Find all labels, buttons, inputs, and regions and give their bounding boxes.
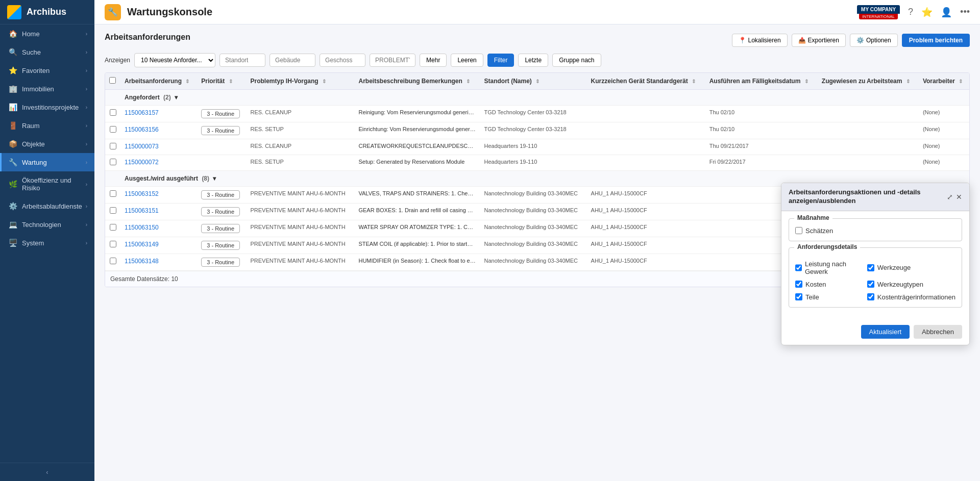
exportieren-button[interactable]: 📤 Exportieren <box>792 34 846 47</box>
sidebar-item-technologien[interactable]: 💻 Technologien › <box>0 215 94 234</box>
sidebar-item-wartung[interactable]: 🔧 Wartung › <box>0 153 94 171</box>
sidebar-item-home[interactable]: 🏠 Home › <box>0 24 94 43</box>
location-icon: 📍 <box>739 37 746 44</box>
row-id[interactable]: 1150063150 <box>125 224 159 231</box>
detail-checkbox[interactable] <box>867 281 874 288</box>
group-toggle[interactable]: ▾ <box>213 175 216 182</box>
col-prioritaet: Priorität ⇕ <box>197 73 246 90</box>
problemtyp-filter[interactable] <box>370 54 415 67</box>
row-id[interactable]: 1150000072 <box>125 159 159 166</box>
detail-checkbox-row: Leistung nach Gewerk <box>795 260 862 275</box>
gebaeude-filter[interactable] <box>270 54 315 67</box>
row-id[interactable]: 1150063152 <box>125 190 159 197</box>
group-toggle[interactable]: ▾ <box>175 94 178 101</box>
detail-checkbox[interactable] <box>867 293 874 300</box>
row-id[interactable]: 1150063156 <box>125 126 159 133</box>
sidebar-item-investitionsprojekte[interactable]: 📊 Investitionsprojekte › <box>0 98 94 116</box>
col-datum: Ausführen am Fälligkeitsdatum ⇕ <box>705 73 818 90</box>
chevron-right-icon: › <box>86 222 87 227</box>
row-id[interactable]: 1150063157 <box>125 109 159 116</box>
panel-title: Arbeitsanforderungsaktionen und -details… <box>789 188 947 206</box>
user-icon[interactable]: 👤 <box>941 7 952 18</box>
row-datum: Fri 09/22/2017 <box>705 155 818 171</box>
table-row[interactable]: 1150000072 RES. SETUP Setup: Generated b… <box>105 155 969 171</box>
sidebar-item-arbeitsablaufdienste[interactable]: ⚙️ Arbeitsablaufdienste › <box>0 197 94 215</box>
row-beschreibung: Einrichtung: Vom Reservierungsmodul gene… <box>354 122 480 139</box>
geschoss-filter[interactable] <box>320 54 365 67</box>
detail-checkbox-row: Werkzeugtypen <box>867 281 955 288</box>
help-icon[interactable]: ? <box>908 7 913 17</box>
table-row[interactable]: 1150063156 3 - Routine RES. SETUP Einric… <box>105 122 969 139</box>
row-id[interactable]: 1150063149 <box>125 241 159 248</box>
detail-checkbox[interactable] <box>795 264 802 271</box>
table-row[interactable]: 1150000073 RES. CLEANUP CREATEWORKREQUES… <box>105 139 969 155</box>
row-checkbox[interactable] <box>110 258 116 264</box>
problem-button[interactable]: Problem berichten <box>902 34 970 47</box>
sidebar-item-oekoeffizienz[interactable]: 🌿 Ökoeffizienz und Risiko › <box>0 171 94 197</box>
row-id[interactable]: 1150063151 <box>125 207 159 214</box>
sidebar-item-suche[interactable]: 🔍 Suche › <box>0 43 94 61</box>
sidebar-item-immobilien[interactable]: 🏢 Immobilien › <box>0 80 94 98</box>
row-problemtyp: PREVENTIVE MAINT AHU-6-MONTH <box>247 220 355 237</box>
row-geraet <box>587 122 705 139</box>
row-problemtyp: RES. SETUP <box>247 122 355 139</box>
row-checkbox[interactable] <box>110 224 116 231</box>
optionen-button[interactable]: ⚙️ Optionen <box>850 34 898 47</box>
letzte-button[interactable]: Letzte <box>518 54 548 67</box>
col-standort: Standort (Name) ⇕ <box>480 73 587 90</box>
sidebar-item-objekte[interactable]: 📦 Objekte › <box>0 135 94 153</box>
page-title: Arbeitsanforderungen <box>105 33 190 42</box>
row-id[interactable]: 1150063148 <box>125 258 159 265</box>
header-action-buttons: 📍 Lokalisieren 📤 Exportieren ⚙️ Optionen… <box>732 34 970 47</box>
aktualisieren-button[interactable]: Aktualisiert <box>861 325 910 339</box>
settings-icon[interactable]: ⭐ <box>921 7 933 18</box>
more-icon[interactable]: ••• <box>960 7 970 17</box>
row-checkbox[interactable] <box>110 109 116 116</box>
row-checkbox[interactable] <box>110 159 116 165</box>
schaetzen-checkbox[interactable] <box>795 227 802 234</box>
sidebar-label-arbeitsablaufdienste: Arbeitsablaufdienste <box>22 202 82 210</box>
total-records: Gesamte Datensätze: 10 <box>110 275 178 283</box>
row-checkbox[interactable] <box>110 190 116 197</box>
row-standort: Nanotechnology Building 03-340MEC <box>480 254 587 271</box>
panel-close-button[interactable]: ✕ <box>956 193 962 201</box>
sidebar-item-raum[interactable]: 🚪 Raum › <box>0 116 94 135</box>
detail-label: Kostenträgerinformationen <box>877 293 955 301</box>
lokalisieren-button[interactable]: 📍 Lokalisieren <box>732 34 788 47</box>
massnahme-title: Maßnahme <box>794 214 832 221</box>
detail-checkbox[interactable] <box>795 281 802 288</box>
sidebar-logo-text: Archibus <box>27 7 66 17</box>
group-label: Angefordert <box>125 94 160 101</box>
priority-badge: 3 - Routine <box>201 207 240 216</box>
sidebar-item-favoriten[interactable]: ⭐ Favoriten › <box>0 61 94 80</box>
gruppe-button[interactable]: Gruppe nach <box>552 54 601 67</box>
mehr-button[interactable]: Mehr <box>420 54 447 67</box>
select-all-checkbox[interactable] <box>109 77 116 84</box>
page-content: Arbeitsanforderungen 📍 Lokalisieren 📤 Ex… <box>94 24 980 481</box>
row-checkbox[interactable] <box>110 126 116 133</box>
group-label: Ausgest./wird ausgeführt <box>125 175 198 182</box>
detail-checkbox[interactable] <box>867 264 874 271</box>
table-row[interactable]: 1150063157 3 - Routine RES. CLEANUP Rein… <box>105 106 969 122</box>
panel-resize-button[interactable]: ⤢ <box>947 193 953 201</box>
col-arbeitsteam: Zugewiesen zu Arbeitsteam ⇕ <box>818 73 919 90</box>
sidebar-label-immobilien: Immobilien <box>22 85 54 93</box>
row-checkbox[interactable] <box>110 241 116 247</box>
abbrechen-button[interactable]: Abbrechen <box>914 325 962 339</box>
sidebar-item-system[interactable]: 🖥️ System › <box>0 234 94 252</box>
standort-filter[interactable] <box>219 54 265 67</box>
row-checkbox[interactable] <box>110 207 116 214</box>
row-arbeitsteam <box>818 106 919 122</box>
detail-checkbox[interactable] <box>795 293 802 300</box>
filter-toolbar-row: Anzeigen 10 Neueste Anforder... Mehr Lee… <box>105 53 970 67</box>
anzeigen-select[interactable]: 10 Neueste Anforder... <box>134 53 215 67</box>
row-checkbox[interactable] <box>110 143 116 149</box>
row-beschreibung: STEAM COIL (if applicable): 1. Prior to … <box>354 237 480 254</box>
sidebar-collapse-button[interactable]: ‹ <box>0 463 94 481</box>
leeren-button[interactable]: Leeren <box>451 54 483 67</box>
row-id[interactable]: 1150000073 <box>125 143 159 150</box>
filter-button[interactable]: Filter <box>487 54 514 67</box>
system-icon: 🖥️ <box>9 239 17 247</box>
row-standort: TGD Technology Center 03-3218 <box>480 106 587 122</box>
eco-icon: 🌿 <box>9 180 17 188</box>
